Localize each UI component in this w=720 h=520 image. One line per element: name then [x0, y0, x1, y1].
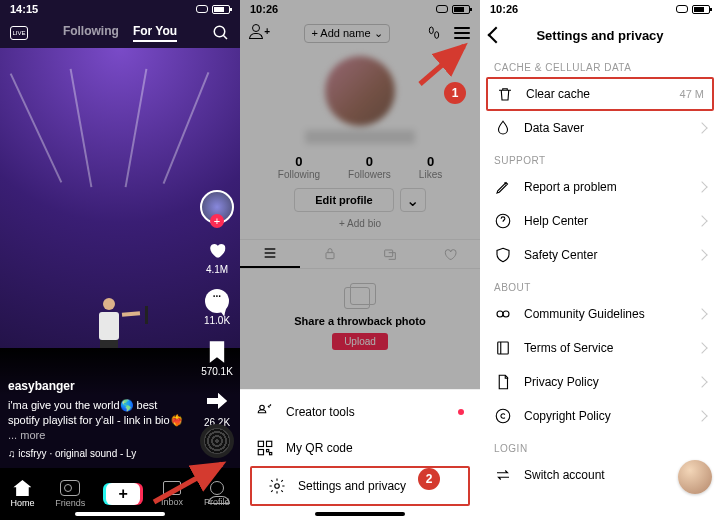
row-data-saver[interactable]: Data Saver	[480, 111, 720, 145]
tab-following[interactable]: Following	[63, 24, 119, 42]
svg-rect-13	[258, 450, 263, 455]
add-bio-link[interactable]: + Add bio	[240, 218, 480, 229]
stat-likes[interactable]: 0Likes	[419, 154, 442, 180]
shield-icon	[494, 246, 512, 264]
row-clear-cache[interactable]: Clear cache 47 M	[486, 77, 714, 111]
throwback-card: Share a throwback photo Upload	[240, 269, 480, 350]
row-copyright[interactable]: Copyright Policy	[480, 399, 720, 433]
feed-tabs: Following For You	[63, 24, 177, 42]
row-label: My QR code	[286, 441, 353, 455]
creator-avatar[interactable]: +	[200, 190, 234, 224]
annotation-arrow-menu	[414, 40, 474, 90]
svg-point-4	[435, 32, 439, 39]
chevron-right-icon	[696, 249, 707, 260]
pane-feed: 14:15 LIVE Following For You + 4.1M	[0, 0, 240, 520]
username-handle	[305, 130, 415, 144]
settings-header: Settings and privacy	[480, 18, 720, 52]
floating-avatar[interactable]	[678, 460, 712, 494]
link-chain-icon	[494, 305, 512, 323]
tab-grid[interactable]	[240, 240, 300, 268]
svg-rect-8	[326, 253, 334, 259]
svg-point-0	[214, 26, 225, 37]
section-about: ABOUT	[480, 272, 720, 297]
copyright-icon	[494, 407, 512, 425]
help-icon	[494, 212, 512, 230]
row-label: Safety Center	[524, 248, 597, 262]
chevron-right-icon	[696, 308, 707, 319]
battery-icon	[692, 5, 710, 14]
live-icon[interactable]: LIVE	[10, 26, 28, 40]
settings-list[interactable]: CACHE & CELLULAR DATA Clear cache 47 M D…	[480, 52, 720, 520]
chevron-right-icon	[696, 181, 707, 192]
svg-rect-15	[270, 453, 272, 455]
row-qr-code[interactable]: My QR code	[240, 430, 480, 466]
svg-point-20	[503, 311, 509, 317]
sound-disc[interactable]	[200, 424, 234, 458]
like-count: 4.1M	[206, 264, 228, 275]
row-label: Data Saver	[524, 121, 584, 135]
nav-friends[interactable]: Friends	[55, 480, 85, 508]
bookmark-button[interactable]: 570.1K	[201, 340, 233, 377]
cache-size: 47 M	[680, 88, 704, 100]
tab-foryou[interactable]: For You	[133, 24, 177, 42]
tab-locked[interactable]	[300, 240, 360, 268]
svg-point-3	[429, 27, 433, 34]
svg-line-2	[154, 464, 222, 502]
nav-create[interactable]: +	[106, 483, 140, 505]
svg-rect-21	[498, 342, 509, 354]
svg-point-16	[275, 484, 280, 489]
tab-liked[interactable]	[420, 240, 480, 268]
edit-more-button[interactable]: ⌄	[400, 188, 426, 212]
row-creator-tools[interactable]: Creator tools	[240, 394, 480, 430]
link-icon	[676, 5, 688, 13]
section-support: SUPPORT	[480, 145, 720, 170]
profile-picture[interactable]	[325, 56, 395, 126]
header-title: Settings and privacy	[480, 28, 720, 43]
comment-button[interactable]: 11.0K	[204, 289, 230, 326]
svg-rect-14	[267, 450, 269, 452]
comment-icon	[205, 289, 229, 313]
link-icon	[436, 5, 448, 13]
share-button[interactable]: 26.2K	[204, 391, 230, 428]
hamburger-menu-icon[interactable]	[454, 27, 470, 39]
chevron-right-icon	[696, 342, 707, 353]
edit-profile-button[interactable]: Edit profile	[294, 188, 393, 212]
row-guidelines[interactable]: Community Guidelines	[480, 297, 720, 331]
upload-button[interactable]: Upload	[332, 333, 388, 350]
stat-followers[interactable]: 0Followers	[348, 154, 391, 180]
caption-block: easybanger i'ma give you the world🌎 best…	[8, 378, 188, 460]
annotation-arrow-profile	[150, 456, 230, 506]
feed-topbar: LIVE Following For You	[0, 18, 240, 48]
row-label: Terms of Service	[524, 341, 613, 355]
like-button[interactable]: 4.1M	[205, 238, 229, 275]
creator-username[interactable]: easybanger	[8, 378, 188, 394]
row-privacy[interactable]: Privacy Policy	[480, 365, 720, 399]
sound-label: ♫ icsfryy · original sound - Ly	[8, 447, 136, 461]
row-safety-center[interactable]: Safety Center	[480, 238, 720, 272]
friends-icon	[60, 480, 80, 496]
pane-profile: 10:26 + + Add name⌄ 0Following 0Follower…	[240, 0, 480, 520]
add-user-icon[interactable]: +	[250, 24, 268, 42]
share-icon	[207, 393, 227, 413]
search-icon[interactable]	[212, 24, 230, 42]
stat-following[interactable]: 0Following	[278, 154, 320, 180]
battery-icon	[212, 5, 230, 14]
notification-dot	[458, 409, 464, 415]
row-terms[interactable]: Terms of Service	[480, 331, 720, 365]
caption-more[interactable]: ... more	[8, 429, 45, 441]
row-help-center[interactable]: Help Center	[480, 204, 720, 238]
status-right	[676, 5, 710, 14]
name-dropdown[interactable]: + Add name⌄	[304, 24, 389, 43]
status-bar: 14:15	[0, 0, 240, 18]
svg-point-10	[260, 405, 265, 410]
chevron-right-icon	[696, 122, 707, 133]
footsteps-icon[interactable]	[426, 25, 442, 41]
tab-repost[interactable]	[360, 240, 420, 268]
home-indicator	[75, 512, 165, 516]
svg-line-17	[420, 46, 464, 84]
row-label: Clear cache	[526, 87, 590, 101]
document-icon	[494, 373, 512, 391]
nav-home[interactable]: Home	[10, 480, 34, 508]
qr-icon	[256, 439, 274, 457]
row-report-problem[interactable]: Report a problem	[480, 170, 720, 204]
